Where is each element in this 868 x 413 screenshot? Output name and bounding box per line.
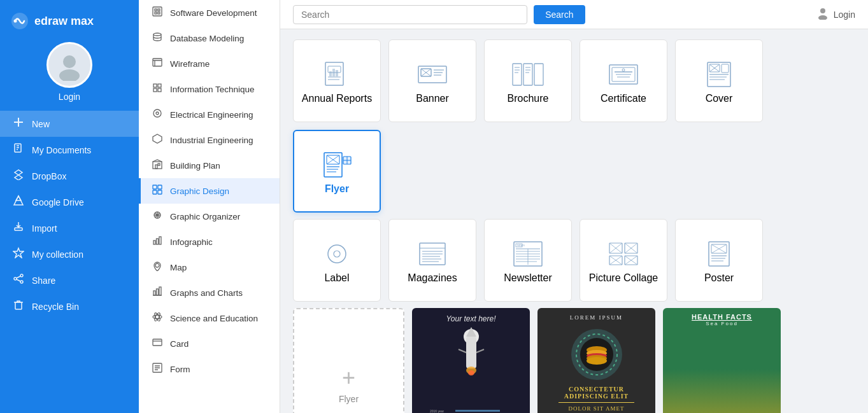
svg-rect-32 xyxy=(158,164,160,165)
template-card-cover-label: Cover xyxy=(706,93,733,104)
sidebar-item-google-drive[interactable]: Google Drive xyxy=(0,189,139,215)
flyer-grid: + Flyer Your text here! xyxy=(293,308,855,413)
sidebar-item-form[interactable]: Form xyxy=(139,356,280,382)
sidebar-item-new[interactable]: New xyxy=(0,111,139,137)
svg-point-27 xyxy=(153,109,161,117)
flyer-thumb-1[interactable]: Your text here! 2016 year xyxy=(412,308,530,413)
avatar-label: Login xyxy=(59,92,80,102)
sidebar-item-share-label: Share xyxy=(32,276,55,286)
template-card-brochure[interactable]: Brochure xyxy=(484,39,572,122)
template-card-newsletter[interactable]: NEWS Newsletter xyxy=(484,219,572,302)
sidebar-item-graphs-and-charts[interactable]: Graphs and Charts xyxy=(139,280,280,305)
svg-rect-56 xyxy=(332,69,335,76)
template-section-row2: Label Magazines xyxy=(280,219,868,308)
sidebar-item-my-collection[interactable]: My collection xyxy=(0,241,139,267)
template-card-magazines-label: Magazines xyxy=(408,272,457,284)
sidebar-item-industrial-engineering[interactable]: Industrial Engineering xyxy=(139,127,280,153)
login-area[interactable]: Login xyxy=(816,6,855,23)
template-card-banner-label: Banner xyxy=(416,93,449,104)
sidebar-item-dropbox[interactable]: DropBox xyxy=(0,163,139,189)
rocket-graphic xyxy=(452,327,490,403)
template-card-poster[interactable]: Poster xyxy=(675,219,763,302)
sidebar-item-science-and-education[interactable]: Science and Education xyxy=(139,305,280,331)
svg-rect-20 xyxy=(158,12,160,14)
flyer-thumb-3[interactable]: HEALTH FACTS Sea Food xyxy=(663,308,781,413)
svg-rect-16 xyxy=(153,7,162,16)
recycle-bin-icon xyxy=(11,299,25,314)
form-icon xyxy=(151,363,164,375)
sidebar-item-electrical-engineering[interactable]: Electrical Engineering xyxy=(139,102,280,127)
flyer-section: + Flyer Your text here! xyxy=(280,308,868,413)
sidebar-item-card[interactable]: Card xyxy=(139,331,280,356)
flyer-thumb-2[interactable]: LOREM IPSUM CONSECTETUR xyxy=(537,308,655,413)
burger-graphic xyxy=(568,326,625,383)
electrical-engineering-icon xyxy=(151,108,164,121)
svg-rect-23 xyxy=(153,84,157,87)
middle-menu-building-plan-label: Building Plan xyxy=(170,161,220,171)
software-development-icon xyxy=(151,6,164,19)
svg-point-2 xyxy=(63,55,76,68)
template-card-magazines[interactable]: Magazines xyxy=(388,219,476,302)
plus-icon: + xyxy=(342,365,355,391)
template-card-banner[interactable]: Banner xyxy=(388,39,476,122)
sidebar-item-my-documents-label: My Documents xyxy=(32,145,91,155)
svg-rect-17 xyxy=(155,9,157,11)
sidebar-item-google-drive-label: Google Drive xyxy=(32,197,84,207)
svg-rect-33 xyxy=(153,185,157,189)
template-card-annual-reports[interactable]: Annual Reports xyxy=(293,39,381,122)
svg-text:NEWS: NEWS xyxy=(517,244,525,247)
flyer-add-card[interactable]: + Flyer xyxy=(293,308,404,413)
flyer-new-label: Flyer xyxy=(339,394,359,404)
sidebar-item-software-development[interactable]: Software Development xyxy=(139,0,280,25)
share-icon xyxy=(11,273,25,288)
template-card-picture-collage[interactable]: Picture Collage xyxy=(580,219,667,302)
my-documents-icon xyxy=(11,143,25,157)
template-card-newsletter-label: Newsletter xyxy=(504,272,552,284)
template-card-certificate[interactable]: Certificate xyxy=(580,39,667,122)
sidebar-item-graphic-design[interactable]: Graphic Design xyxy=(139,178,280,204)
sidebar-item-map[interactable]: Map xyxy=(139,255,280,280)
chart-area: 2016 year 2015 year 2014 year 2013 year … xyxy=(424,407,518,413)
sidebar-item-wireframe[interactable]: Wireframe xyxy=(139,51,280,76)
graphic-design-icon xyxy=(151,185,164,197)
sidebar-item-information-technique[interactable]: Information Technique xyxy=(139,76,280,102)
login-label: Login xyxy=(834,10,855,20)
sidebar-item-infographic[interactable]: Infographic xyxy=(139,229,280,255)
sidebar-item-my-documents[interactable]: My Documents xyxy=(0,137,139,163)
sidebar-item-building-plan[interactable]: Building Plan xyxy=(139,153,280,178)
divider-line xyxy=(559,402,634,403)
search-input[interactable] xyxy=(293,5,527,24)
user-icon xyxy=(816,6,830,23)
svg-point-41 xyxy=(155,263,159,267)
template-card-label-label: Label xyxy=(324,272,349,284)
svg-rect-142 xyxy=(466,337,476,368)
svg-rect-36 xyxy=(158,190,162,194)
search-button[interactable]: Search xyxy=(534,5,585,24)
middle-menu-infographic-label: Infographic xyxy=(170,237,213,247)
card-icon xyxy=(151,337,164,350)
template-card-flyer[interactable]: Flyer xyxy=(293,130,381,213)
template-section-row1: Annual Reports Banner xyxy=(280,29,868,219)
template-card-label[interactable]: Label xyxy=(293,219,381,302)
middle-menu-software-development-label: Software Development xyxy=(170,8,257,18)
template-card-cover[interactable]: Cover xyxy=(675,39,763,122)
avatar xyxy=(46,42,92,88)
health-facts-title: HEALTH FACTS xyxy=(692,313,752,321)
middle-menu: Software Development Database Modeling W… xyxy=(139,0,280,413)
sidebar-item-graphic-organizer[interactable]: Graphic Organizer xyxy=(139,204,280,229)
svg-point-46 xyxy=(153,315,162,319)
svg-line-147 xyxy=(476,349,484,353)
graphs-and-charts-icon xyxy=(151,286,164,299)
svg-rect-15 xyxy=(15,302,22,309)
sidebar-item-import[interactable]: Import xyxy=(0,215,139,241)
middle-menu-wireframe-label: Wireframe xyxy=(170,59,210,69)
svg-point-104 xyxy=(334,251,340,257)
svg-rect-43 xyxy=(157,289,159,295)
template-card-flyer-label: Flyer xyxy=(325,183,349,195)
svg-rect-91 xyxy=(722,64,729,73)
svg-point-21 xyxy=(153,33,161,36)
sidebar-item-share[interactable]: Share xyxy=(0,267,139,293)
svg-rect-55 xyxy=(329,71,332,76)
sidebar-item-recycle-bin[interactable]: Recycle Bin xyxy=(0,293,139,319)
sidebar-item-database-modeling[interactable]: Database Modeling xyxy=(139,25,280,51)
